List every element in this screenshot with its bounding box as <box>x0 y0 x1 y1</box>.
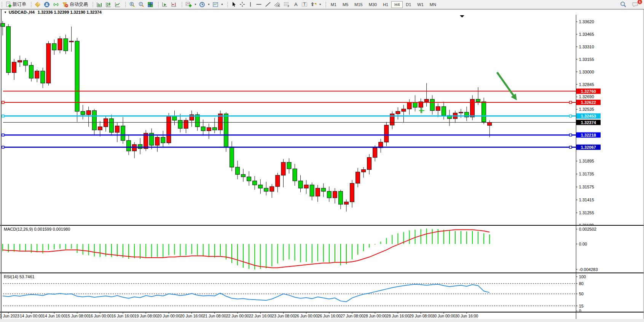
timeframe-button-MN[interactable]: MN <box>427 1 439 8</box>
svg-text:1.32535: 1.32535 <box>579 107 594 112</box>
community-button[interactable] <box>42 1 51 8</box>
chart-symbol-period: USDCAD-,H4 <box>9 10 35 14</box>
macd-panel[interactable]: MACD(12,26,9) 0.001599 0.001980 0.002502… <box>0 225 644 273</box>
timeframe-button-M15[interactable]: M15 <box>351 1 365 8</box>
tile-windows-button[interactable] <box>146 1 155 8</box>
line-chart-button[interactable] <box>113 1 122 8</box>
date-label: 20 Jun 16:00 <box>180 314 203 318</box>
cursor-button[interactable] <box>230 1 238 8</box>
indicators-button[interactable] <box>184 1 193 8</box>
zoom-in-button[interactable] <box>128 1 137 8</box>
window-left-border <box>1 10 2 319</box>
svg-text:1.33310: 1.33310 <box>579 45 594 49</box>
macd-canvas[interactable]: 0.0025020.00-0.004283 <box>0 225 644 273</box>
autotrading-button[interactable]: 自动交易 <box>61 0 89 8</box>
scroll-position-marker <box>460 15 464 18</box>
date-label: 28 Jun 16:00 <box>386 314 410 318</box>
bar-chart-button[interactable] <box>95 1 104 8</box>
date-label: 19 Jun 08:00 <box>134 314 158 318</box>
svg-text:1.32067: 1.32067 <box>581 145 596 150</box>
search-button[interactable] <box>618 0 628 8</box>
arrows-tool-icon <box>311 2 317 7</box>
date-axis[interactable]: 13 Jun 202314 Jun 00:0014 Jun 16:0015 Ju… <box>0 312 644 319</box>
market-button[interactable] <box>33 1 42 8</box>
svg-text:1.31415: 1.31415 <box>579 198 594 202</box>
notifications-button[interactable]: 1 <box>630 1 640 8</box>
timeframe-button-D1[interactable]: D1 <box>403 1 414 8</box>
chart-menu-icon[interactable]: ▼ <box>4 11 7 14</box>
equidistant-channel-icon: E <box>274 2 281 7</box>
auto-scroll-button[interactable] <box>160 1 169 8</box>
svg-text:50: 50 <box>579 292 583 296</box>
svg-text:1.32690: 1.32690 <box>579 94 594 99</box>
fibonacci-icon: F <box>284 2 290 7</box>
macd-label: MACD(12,26,9) 0.001599 0.001980 <box>4 227 70 231</box>
crosshair-button[interactable] <box>238 1 247 8</box>
svg-text:1.32622: 1.32622 <box>581 100 596 105</box>
arrows-dropdown-caret[interactable]: ▼ <box>318 3 322 6</box>
date-label: 28 Jun 00:00 <box>363 314 387 318</box>
timeframe-button-H1[interactable]: H1 <box>380 1 391 8</box>
chart-shift-button[interactable] <box>169 1 179 8</box>
notification-badge: 1 <box>638 0 642 4</box>
periods-button[interactable] <box>198 1 207 8</box>
clock-icon <box>199 2 205 8</box>
services-group: 自动交易 <box>29 0 91 9</box>
zoom-out-button[interactable] <box>137 1 146 8</box>
date-label: 26 Jun 00:00 <box>295 314 318 318</box>
zoom-group <box>124 0 156 9</box>
window-bottom-strip <box>0 319 644 322</box>
arrows-tool-button[interactable] <box>309 1 318 8</box>
candlestick-chart-button[interactable] <box>104 1 113 8</box>
timeframe-button-M30[interactable]: M30 <box>366 1 380 8</box>
horizontal-line-tool-button[interactable] <box>254 1 263 8</box>
date-label: 22 Jun 00:00 <box>226 314 249 318</box>
templates-button[interactable] <box>211 1 220 8</box>
timeframe-button-H4[interactable]: H4 <box>391 1 403 8</box>
autotrading-icon <box>62 2 69 8</box>
svg-text:1.33155: 1.33155 <box>579 57 594 62</box>
date-label: 20 Jun 00:00 <box>157 314 180 318</box>
line-chart-icon <box>115 2 121 8</box>
date-axis-canvas[interactable]: 13 Jun 202314 Jun 00:0014 Jun 16:0015 Ju… <box>0 312 644 319</box>
text-icon: A <box>293 2 298 7</box>
equidistant-channel-button[interactable]: E <box>273 1 282 8</box>
date-label: 13 Jun 2023 <box>0 314 19 318</box>
new-order-button[interactable]: 新订单 <box>4 0 28 8</box>
indicators-dropdown-caret[interactable]: ▼ <box>193 3 198 6</box>
trendline-tool-button[interactable] <box>263 1 273 8</box>
price-chart-canvas[interactable]: 1.336201.334651.333101.331551.330001.328… <box>0 15 644 225</box>
chart-title-bar: ▼ USDCAD-,H4 1.32336 1.32399 1.32190 1.3… <box>0 9 644 15</box>
price-chart-panel[interactable]: 1.336201.334651.333101.331551.330001.328… <box>0 15 644 225</box>
search-icon <box>620 1 626 8</box>
window-right-border <box>643 10 644 319</box>
date-label: 15 Jun 08:00 <box>65 314 89 318</box>
signals-icon <box>53 2 59 8</box>
templates-dropdown-caret[interactable]: ▼ <box>220 3 224 6</box>
indicators-icon <box>185 2 192 8</box>
timeframe-button-M1[interactable]: M1 <box>328 1 340 8</box>
templates-icon <box>212 2 218 8</box>
fibonacci-tool-button[interactable]: F <box>282 1 292 8</box>
rsi-canvas[interactable]: 1008050150 <box>0 273 644 312</box>
rsi-panel[interactable]: RSI(14) 53.7461 1008050150 <box>0 273 644 312</box>
svg-text:1.32453: 1.32453 <box>581 114 596 118</box>
vertical-line-icon <box>248 2 253 7</box>
candlestick-chart-icon <box>105 2 112 8</box>
new-order-label: 新订单 <box>13 1 26 8</box>
timeframe-button-W1[interactable]: W1 <box>414 1 427 8</box>
arrow-annotation[interactable] <box>497 72 515 98</box>
signals-button[interactable] <box>51 1 61 8</box>
timeframe-button-M5[interactable]: M5 <box>340 1 351 8</box>
text-tool-button[interactable]: A <box>292 1 300 8</box>
autotrading-label: 自动交易 <box>70 1 88 8</box>
date-label: 22 Jun 16:00 <box>249 314 272 318</box>
tile-windows-icon <box>147 2 153 8</box>
svg-text:80: 80 <box>579 281 583 286</box>
date-label: 30 Jun 00:00 <box>432 314 455 318</box>
crosshair-icon <box>239 2 245 7</box>
drawing-tools-group: E F A T ▼ <box>226 0 324 9</box>
text-label-tool-button[interactable]: T <box>300 1 309 8</box>
periods-dropdown-caret[interactable]: ▼ <box>207 3 211 6</box>
vertical-line-tool-button[interactable] <box>247 1 254 8</box>
